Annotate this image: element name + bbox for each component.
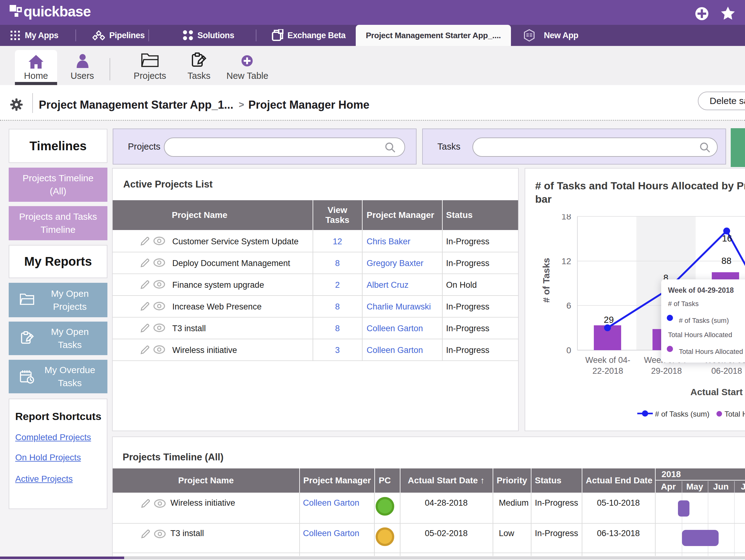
svg-text:06-2018: 06-2018 [711, 366, 742, 375]
svg-text:# of Tasks: # of Tasks [541, 258, 551, 303]
svg-text:16: 16 [722, 233, 732, 243]
svg-text:88: 88 [721, 256, 731, 266]
svg-text:22-2018: 22-2018 [592, 366, 623, 375]
svg-text:Week of 04-: Week of 04- [585, 356, 630, 365]
svg-text:0: 0 [566, 345, 571, 355]
svg-text:29: 29 [604, 315, 614, 325]
svg-text:29-2018: 29-2018 [651, 366, 682, 375]
svg-text:12: 12 [561, 256, 571, 266]
svg-text:18: 18 [561, 214, 571, 221]
svg-text:6: 6 [566, 301, 571, 310]
